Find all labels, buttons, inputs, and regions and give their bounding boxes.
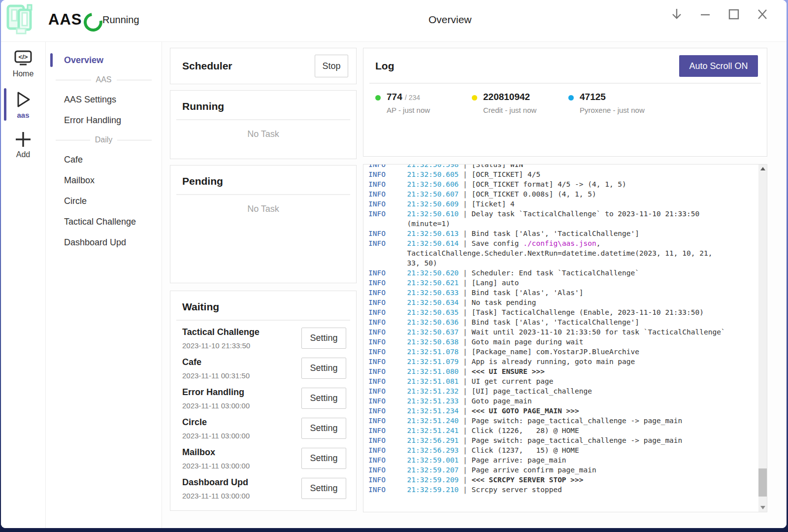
nav-label: Error Handling <box>64 115 121 126</box>
nav-group-label: AAS <box>96 75 112 84</box>
nav-item-overview[interactable]: Overview <box>46 50 162 70</box>
window-controls <box>670 8 769 21</box>
stat-pyroxene: 47125 Pyroxene - just now <box>568 92 665 114</box>
rail-label: Home <box>13 69 34 78</box>
nav-item-aas-settings[interactable]: AAS Settings <box>46 89 162 110</box>
log-line: INFO 21:32:50.607 | [OCR_TICKET 0.008s] … <box>368 189 757 199</box>
app-name: AAS <box>48 11 82 29</box>
nav-item-circle[interactable]: Circle <box>46 191 162 211</box>
nav-item-cafe[interactable]: Cafe <box>46 149 162 170</box>
pending-panel: Pending No Task <box>170 165 357 283</box>
waiting-row: Error Handling 2023-11-11 03:00:00 Setti… <box>182 384 346 414</box>
running-panel: Running No Task <box>170 90 357 159</box>
setting-button[interactable]: Setting <box>301 388 346 409</box>
main-content: Scheduler Stop Running No Task Pending N… <box>162 42 787 528</box>
stat-ap: 774 / 234 AP - just now <box>375 92 472 114</box>
log-line: INFO 21:32:59.207 | Page arrive confirm … <box>368 465 757 475</box>
waiting-row: Mailbox 2023-11-11 03:00:00 Setting <box>182 444 346 474</box>
nav-group-daily: Daily <box>46 131 162 149</box>
left-rail: </> Home aas Add <box>1 42 46 528</box>
scroll-thumb[interactable] <box>758 468 767 497</box>
maximize-button[interactable] <box>727 8 740 21</box>
stat-label: AP - just now <box>387 106 430 114</box>
log-line: INFO 21:32:51.240 | Page switch: page_ta… <box>368 416 757 426</box>
plus-icon <box>14 131 33 148</box>
home-monitor-icon: </> <box>13 50 33 67</box>
log-line: INFO 21:32:50.634 | No task pending <box>368 298 757 307</box>
play-icon <box>13 90 33 109</box>
stat-value: 47125 <box>580 92 606 102</box>
nav-label: AAS Settings <box>64 95 116 105</box>
nav-item-error-handling[interactable]: Error Handling <box>46 110 162 131</box>
rail-label: aas <box>17 111 29 119</box>
scroll-up-arrow[interactable] <box>758 165 767 173</box>
rail-item-add[interactable]: Add <box>1 127 45 163</box>
setting-button[interactable]: Setting <box>301 358 346 379</box>
log-line: INFO 21:32:50.606 | [OCR_TICKET format] … <box>368 179 757 189</box>
scroll-down-arrow[interactable] <box>758 503 767 512</box>
scheduler-panel: Scheduler Stop <box>170 48 357 84</box>
log-panel: Log Auto Scroll ON 774 / 234 AP - just n… <box>363 48 767 157</box>
log-line: INFO 21:32:56.293 | Click (1237, 15) @ H… <box>368 445 757 455</box>
log-line: INFO 21:32:50.610 | Delay task `Tactical… <box>368 209 757 219</box>
log-line: INFO 21:32:59.209 | <<< SCRCPY SERVER ST… <box>368 475 757 485</box>
minimize-button[interactable] <box>699 8 712 21</box>
setting-button[interactable]: Setting <box>301 478 346 499</box>
waiting-row: Circle 2023-11-11 03:00:00 Setting <box>182 414 346 444</box>
log-line: INFO 21:32:50.636 | Bind task ['Alas', '… <box>368 317 757 327</box>
stat-credit: 220810942 Credit - just now <box>472 92 568 114</box>
nav-item-dashboard-upd[interactable]: Dashboard Upd <box>46 232 162 253</box>
log-line: INFO 21:32:50.613 | Bind task ['Alas', '… <box>368 229 757 238</box>
log-line: INFO 21:32:51.078 | [Package_name] com.Y… <box>368 347 757 357</box>
log-line: INFO 21:32:50.621 | [Lang] auto <box>368 278 757 288</box>
waiting-list: Tactical Challenge 2023-11-10 21:33:50 S… <box>182 324 346 504</box>
waiting-title: Waiting <box>182 301 356 313</box>
log-line: INFO 21:32:56.291 | Page switch: page_ta… <box>368 435 757 445</box>
svg-text:</>: </> <box>19 53 28 61</box>
log-line-wrap: (minute=1) <box>368 219 757 229</box>
nav-label: Circle <box>64 196 87 206</box>
nav-item-mailbox[interactable]: Mailbox <box>46 170 162 191</box>
stat-label: Pyroxene - just now <box>580 106 645 114</box>
divider <box>176 320 350 321</box>
autoscroll-button[interactable]: Auto Scroll ON <box>679 55 758 77</box>
nav-label: Dashboard Upd <box>64 237 126 248</box>
stop-button[interactable]: Stop <box>315 55 348 77</box>
divider <box>176 194 350 195</box>
setting-button[interactable]: Setting <box>301 328 346 349</box>
nav-label: Tactical Challenge <box>64 217 136 227</box>
log-scrollbar[interactable] <box>758 165 767 512</box>
hide-window-button[interactable] <box>670 8 683 21</box>
titlebar: AAS Running Overview <box>1 0 787 42</box>
nav-label: Overview <box>64 55 103 66</box>
stat-value: 220810942 <box>483 92 530 102</box>
nav-label: Mailbox <box>64 175 95 186</box>
log-line-wrap: 33, 50) <box>368 258 757 268</box>
pending-title: Pending <box>182 175 356 187</box>
selected-indicator-bar <box>50 53 53 67</box>
log-output: INFO 21:32:50.598 | [Status] WININFO 21:… <box>363 164 767 512</box>
app-logo-icon <box>6 4 39 35</box>
nav-item-tactical-challenge[interactable]: Tactical Challenge <box>46 211 162 232</box>
setting-button[interactable]: Setting <box>301 418 346 439</box>
rail-item-home[interactable]: </> Home <box>1 46 45 82</box>
nav-group-label: Daily <box>95 135 113 144</box>
rail-item-aas[interactable]: aas <box>1 86 45 123</box>
log-line: INFO 21:32:51.234 | <<< UI GOTO PAGE_MAI… <box>368 406 757 416</box>
pyroxene-dot-icon <box>568 95 574 100</box>
stat-total: / 234 <box>405 94 420 101</box>
log-line: INFO 21:32:51.233 | Goto page_main <box>368 396 757 406</box>
nav-label: Cafe <box>64 155 83 165</box>
nav-panel: Overview AAS AAS Settings Error Handling… <box>46 42 162 528</box>
log-line: INFO 21:32:50.605 | [OCR_TICKET] 4/5 <box>368 169 757 179</box>
setting-button[interactable]: Setting <box>301 448 346 469</box>
log-header: Log Auto Scroll ON <box>363 48 767 83</box>
waiting-row: Dashboard Upd 2023-11-11 03:00:00 Settin… <box>182 474 346 504</box>
log-line: INFO 21:32:59.001 | Page arrive: page_ma… <box>368 455 757 465</box>
log-line: INFO 21:32:51.081 | UI get current page <box>368 376 757 386</box>
credit-dot-icon <box>472 95 477 100</box>
log-title: Log <box>375 60 394 72</box>
active-indicator-bar <box>4 88 6 121</box>
close-button[interactable] <box>756 8 769 21</box>
stat-value: 774 <box>387 92 402 102</box>
